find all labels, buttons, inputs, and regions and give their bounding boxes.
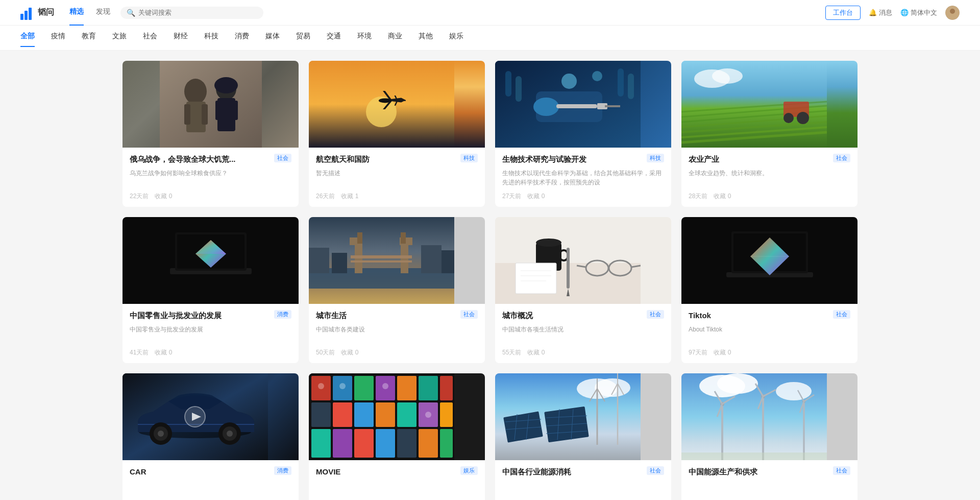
svg-point-90	[227, 431, 233, 437]
card-8-image	[681, 217, 857, 304]
solar-illustration	[495, 373, 641, 460]
card-2[interactable]: 航空航天和国防 科技 暂无描述 26天前 收藏 1	[309, 61, 485, 207]
cat-jiaoyu[interactable]: 教育	[82, 32, 96, 44]
card-3-title: 生物技术研究与试验开发	[502, 154, 643, 164]
card-4[interactable]: 农业产业 社会 全球农业趋势、统计和洞察。 28天前 收藏 0	[681, 61, 857, 207]
card-12-desc	[689, 481, 850, 499]
card-9-body: CAR 消费	[122, 460, 299, 500]
svg-rect-57	[332, 253, 347, 273]
card-10[interactable]: MOVIE 娱乐	[309, 373, 485, 500]
cat-jiaotong[interactable]: 交通	[327, 32, 341, 44]
svg-rect-65	[567, 248, 570, 289]
svg-rect-19	[556, 104, 597, 108]
card-9-image	[122, 373, 299, 460]
card-3[interactable]: 生物技术研究与试验开发 科技 生物技术以现代生命科学为基础，结合其他基础科学，采…	[495, 61, 671, 207]
card-7-time: 55天前	[502, 348, 521, 357]
workbench-button[interactable]: 工作台	[825, 6, 861, 20]
logo[interactable]: 韬问	[20, 6, 54, 20]
cat-meiti[interactable]: 媒体	[265, 32, 280, 44]
svg-point-116	[339, 383, 346, 389]
card-4-meta: 28天前 收藏 0	[689, 192, 850, 201]
card-2-body: 航空航天和国防 科技 暂无描述 26天前 收藏 1	[309, 148, 485, 207]
card-5-image	[122, 217, 299, 304]
svg-point-1	[950, 9, 955, 14]
svg-rect-100	[440, 376, 453, 400]
card-5-tag: 消费	[274, 310, 291, 319]
svg-point-118	[425, 412, 431, 418]
cat-shangye[interactable]: 商业	[388, 32, 402, 44]
cat-wenlv[interactable]: 文旅	[112, 32, 127, 44]
card-7[interactable]: 城市概况 社会 中国城市各项生活情况 55天前 收藏 0	[495, 217, 671, 363]
nav-tab-jingxuan[interactable]: 精选	[69, 7, 84, 18]
message-label: 消息	[879, 8, 892, 17]
card-5[interactable]: 中国零售业与批发业的发展 消费 中国零售业与批发业的发展 41天前 收藏 0	[122, 217, 299, 363]
card-2-time: 26天前	[316, 192, 335, 201]
card-9[interactable]: CAR 消费	[122, 373, 299, 500]
card-1-title: 俄乌战争，会导致全球大饥荒...	[130, 154, 270, 164]
svg-rect-113	[419, 429, 438, 458]
card-6[interactable]: 城市生活 社会 中国城市各类建设 50天前 收藏 0	[309, 217, 485, 363]
card-5-body: 中国零售业与批发业的发展 消费 中国零售业与批发业的发展 41天前 收藏 0	[122, 304, 299, 363]
card-1-favorites: 收藏 0	[155, 192, 172, 201]
card-6-desc: 中国城市各类建设	[316, 325, 478, 343]
card-6-image	[309, 217, 485, 304]
card-7-body: 城市概况 社会 中国城市各项生活情况 55天前 收藏 0	[495, 304, 671, 363]
card-6-title: 城市生活	[316, 310, 456, 321]
card-1-body: 俄乌战争，会导致全球大饥荒... 社会 乌克兰战争如何影响全球粮食供应？ 22天…	[122, 148, 299, 207]
car-illustration	[122, 373, 268, 460]
card-12[interactable]: 中国能源生产和供求 社会	[681, 373, 857, 500]
cat-yule[interactable]: 娱乐	[449, 32, 463, 44]
card-2-tag: 科技	[460, 154, 478, 162]
svg-rect-104	[376, 402, 395, 427]
svg-rect-55	[351, 260, 412, 263]
svg-rect-25	[516, 76, 522, 102]
cat-qita[interactable]: 其他	[419, 32, 433, 44]
nav-tab-faxian[interactable]: 发现	[96, 7, 110, 18]
svg-rect-96	[354, 376, 374, 400]
card-6-time: 50天前	[316, 348, 335, 357]
card-7-favorites: 收藏 0	[527, 348, 545, 357]
logo-bar-2	[24, 11, 28, 20]
card-3-desc: 生物技术以现代生命科学为基础，结合其他基础科学，采用先进的科学技术手段，按照预先…	[502, 169, 664, 187]
cat-xiaofei[interactable]: 消费	[235, 32, 249, 44]
card-8-time: 97天前	[689, 348, 707, 357]
svg-rect-108	[311, 429, 331, 458]
logo-icon	[20, 6, 35, 20]
bell-icon: 🔔	[869, 9, 877, 16]
svg-rect-27	[628, 74, 634, 99]
card-9-tag: 消费	[274, 466, 291, 475]
cat-huanjing[interactable]: 环境	[357, 32, 372, 44]
language-icon: 🌐	[900, 9, 909, 16]
svg-rect-110	[354, 429, 374, 458]
language-label: 简体中文	[911, 8, 937, 17]
card-7-title: 城市概况	[502, 310, 643, 321]
language-action[interactable]: 🌐 简体中文	[900, 8, 937, 17]
cat-yiqing[interactable]: 疫情	[51, 32, 65, 44]
card-4-tag: 社会	[833, 154, 850, 162]
card-8[interactable]: Tiktok 社会 About Tiktok 97天前 收藏 0	[681, 217, 857, 363]
card-1[interactable]: 俄乌战争，会导致全球大饥荒... 社会 乌克兰战争如何影响全球粮食供应？ 22天…	[122, 61, 299, 207]
svg-rect-54	[351, 255, 412, 258]
card-7-meta: 55天前 收藏 0	[502, 348, 664, 357]
card-2-title-row: 航空航天和国防 科技	[316, 154, 478, 164]
message-action[interactable]: 🔔 消息	[869, 8, 892, 17]
cat-all[interactable]: 全部	[20, 32, 35, 44]
svg-rect-99	[419, 376, 438, 400]
svg-point-39	[783, 113, 794, 123]
cat-maoy[interactable]: 贸易	[296, 32, 310, 44]
svg-rect-111	[376, 429, 395, 458]
search-input[interactable]	[138, 9, 257, 16]
cat-caijing[interactable]: 财经	[174, 32, 188, 44]
laptop-illustration	[160, 227, 262, 294]
card-2-title: 航空航天和国防	[316, 154, 456, 164]
wind-illustration	[681, 373, 827, 460]
logo-text: 韬问	[38, 7, 54, 18]
card-8-tag: 社会	[833, 310, 850, 319]
farm-illustration	[681, 61, 827, 148]
card-6-title-row: 城市生活 社会	[316, 310, 478, 321]
avatar[interactable]	[945, 6, 960, 20]
cat-keji[interactable]: 科技	[204, 32, 218, 44]
card-8-meta: 97天前 收藏 0	[689, 348, 850, 357]
cat-shehui[interactable]: 社会	[143, 32, 157, 44]
card-11[interactable]: 中国各行业能源消耗 社会	[495, 373, 671, 500]
